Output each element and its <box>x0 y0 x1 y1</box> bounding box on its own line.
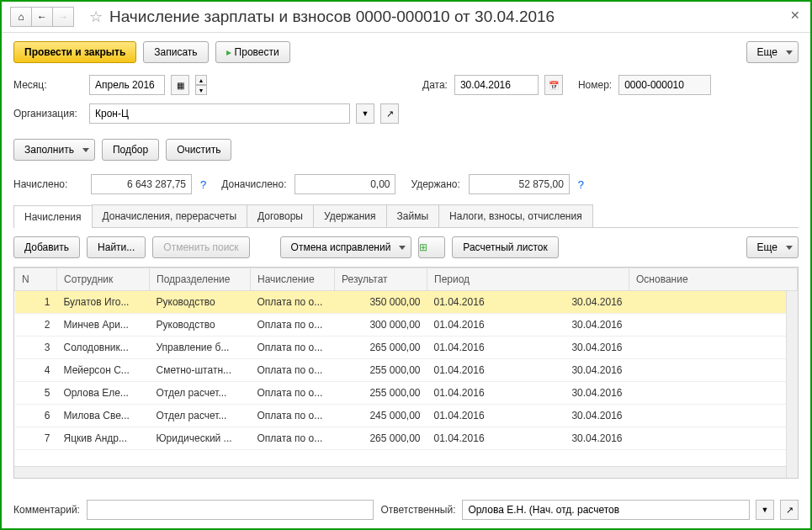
col-department[interactable]: Подразделение <box>150 268 251 291</box>
month-input[interactable] <box>89 75 165 95</box>
cell-period-to: 30.04.2016 <box>528 382 629 405</box>
cell-employee: Булатов Иго... <box>57 291 150 314</box>
grid-action-button[interactable]: ⊞ <box>418 236 445 258</box>
date-label: Дата: <box>422 79 448 91</box>
cell-result: 265 000,00 <box>335 427 427 450</box>
cancel-search-button: Отменить поиск <box>152 236 249 258</box>
save-button[interactable]: Записать <box>143 41 208 63</box>
cell-employee: Орлова Еле... <box>57 382 150 405</box>
submit-close-button[interactable]: Провести и закрыть <box>13 41 136 63</box>
arrow-left-icon: ← <box>37 11 47 23</box>
date-calendar-button[interactable] <box>544 75 563 95</box>
select-button[interactable]: Подбор <box>102 139 159 161</box>
tab-deductions[interactable]: Удержания <box>313 204 387 227</box>
responsible-open-button[interactable]: ↗ <box>780 500 799 520</box>
org-label: Организация: <box>13 108 82 119</box>
close-button[interactable]: ✕ <box>790 8 800 22</box>
org-input[interactable] <box>89 103 350 124</box>
month-down-button[interactable]: ▼ <box>195 85 207 95</box>
withheld-help-icon[interactable]: ? <box>578 178 584 191</box>
cell-department: Управление б... <box>150 337 251 359</box>
table-row[interactable]: 1Булатов Иго...РуководствоОплата по о...… <box>15 291 798 314</box>
tab-contracts[interactable]: Договоры <box>247 204 314 227</box>
cell-accrual: Оплата по о... <box>251 337 335 359</box>
table-row[interactable]: 2Минчев Ари...РуководствоОплата по о...3… <box>15 314 798 337</box>
col-accrual[interactable]: Начисление <box>251 268 335 291</box>
cell-accrual: Оплата по о... <box>251 382 335 405</box>
col-basis[interactable]: Основание <box>629 268 798 291</box>
cell-accrual: Оплата по о... <box>251 405 335 427</box>
number-input[interactable] <box>618 75 711 95</box>
star-icon[interactable]: ☆ <box>89 8 103 26</box>
cell-n: 6 <box>15 405 57 427</box>
cancel-corrections-button[interactable]: Отмена исправлений <box>280 236 412 258</box>
payslip-button[interactable]: Расчетный листок <box>452 236 558 258</box>
cell-period-to: 30.04.2016 <box>528 314 629 337</box>
table-row[interactable]: 5Орлова Еле...Отдел расчет...Оплата по о… <box>15 382 798 405</box>
accrued-help-icon[interactable]: ? <box>200 178 206 191</box>
home-button[interactable]: ⌂ <box>10 7 32 27</box>
cell-employee: Мейерсон С... <box>57 359 150 382</box>
cell-n: 4 <box>15 359 57 382</box>
comment-input[interactable] <box>87 500 374 520</box>
add-button[interactable]: Добавить <box>13 236 80 258</box>
org-dropdown-button[interactable]: ▼ <box>356 103 374 124</box>
table-scrollbar-horizontal[interactable] <box>14 466 786 478</box>
chevron-down-icon: ▼ <box>762 506 769 514</box>
back-button[interactable]: ← <box>31 7 53 27</box>
table-row[interactable]: 4Мейерсон С...Сметно-штатн...Оплата по о… <box>15 359 798 382</box>
fill-button[interactable]: Заполнить <box>13 139 95 161</box>
calendar-icon <box>549 80 559 90</box>
cell-period-to: 30.04.2016 <box>528 337 629 359</box>
col-employee[interactable]: Сотрудник <box>57 268 150 291</box>
cell-basis <box>629 382 798 405</box>
cell-n: 5 <box>15 382 57 405</box>
table-row[interactable]: 3Солодовник...Управление б...Оплата по о… <box>15 337 798 359</box>
grid-plus-icon: ⊞ <box>419 241 427 253</box>
find-button[interactable]: Найти... <box>87 236 146 258</box>
col-n[interactable]: N <box>15 268 57 291</box>
cell-period-from: 01.04.2016 <box>427 291 528 314</box>
table-scrollbar-vertical[interactable] <box>786 291 798 478</box>
cell-result: 300 000,00 <box>335 314 427 337</box>
table-row[interactable]: 7Яцкив Андр...Юридический ...Оплата по о… <box>15 427 798 450</box>
withheld-value: 52 875,00 <box>469 174 570 194</box>
cell-basis <box>629 314 798 337</box>
col-result[interactable]: Результат <box>335 268 427 291</box>
clear-button[interactable]: Очистить <box>166 139 231 161</box>
responsible-dropdown-button[interactable]: ▼ <box>756 500 774 520</box>
more-button[interactable]: Еще <box>746 41 799 63</box>
tab-more-button[interactable]: Еще <box>746 236 799 258</box>
cell-accrual: Оплата по о... <box>251 427 335 450</box>
table-row[interactable]: 6Милова Све...Отдел расчет...Оплата по о… <box>15 405 798 427</box>
cell-basis <box>629 291 798 314</box>
responsible-input[interactable] <box>462 500 750 520</box>
month-up-button[interactable]: ▲ <box>195 75 207 85</box>
cell-basis <box>629 337 798 359</box>
number-label: Номер: <box>578 79 612 91</box>
col-period[interactable]: Период <box>427 268 629 291</box>
tab-taxes[interactable]: Налоги, взносы, отчисления <box>438 204 593 227</box>
cell-n: 7 <box>15 427 57 450</box>
home-icon: ⌂ <box>18 11 24 23</box>
org-open-button[interactable]: ↗ <box>380 103 399 124</box>
comment-label: Комментарий: <box>13 504 80 516</box>
open-icon: ↗ <box>786 505 793 516</box>
cell-period-from: 01.04.2016 <box>427 337 528 359</box>
accrued-value: 6 643 287,75 <box>91 174 192 194</box>
tab-accruals[interactable]: Начисления <box>13 205 93 228</box>
month-calendar-button[interactable] <box>171 75 189 95</box>
cell-n: 3 <box>15 337 57 359</box>
date-input[interactable] <box>454 75 539 95</box>
cell-basis <box>629 427 798 450</box>
submit-button[interactable]: ▸Провести <box>215 41 290 63</box>
forward-button[interactable]: → <box>52 7 74 27</box>
tab-recalc[interactable]: Доначисления, перерасчеты <box>92 204 247 227</box>
submit-icon: ▸ <box>226 46 231 58</box>
cell-department: Отдел расчет... <box>150 405 251 427</box>
cell-period-to: 30.04.2016 <box>528 427 629 450</box>
cell-result: 265 000,00 <box>335 337 427 359</box>
additional-value: 0,00 <box>295 174 395 194</box>
tab-loans[interactable]: Займы <box>386 204 440 227</box>
grid-icon <box>177 80 184 90</box>
